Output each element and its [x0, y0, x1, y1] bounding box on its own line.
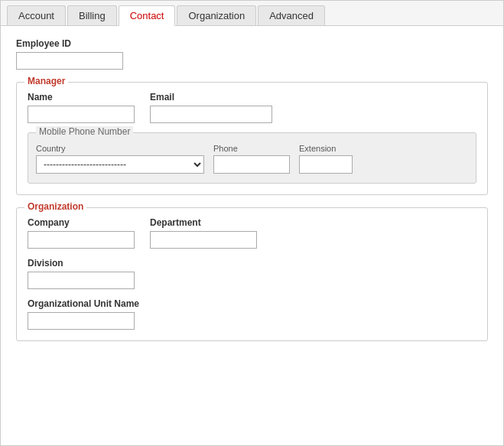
division-row: Division [28, 258, 476, 289]
country-select[interactable]: --------------------------- [36, 155, 204, 174]
tab-contact[interactable]: Contact [119, 5, 176, 26]
mobile-phone-legend: Mobile Phone Number [36, 126, 133, 137]
manager-name-label: Name [28, 92, 135, 103]
manager-section: Manager Name Email Mobile Phone Number C… [16, 82, 488, 195]
tab-organization[interactable]: Organization [177, 5, 256, 25]
organization-section: Organization Company Department Division [16, 207, 488, 341]
org-unit-col: Organizational Unit Name [28, 298, 139, 330]
manager-name-input[interactable] [28, 106, 135, 123]
extension-input[interactable] [299, 155, 353, 174]
company-label: Company [28, 217, 135, 228]
division-label: Division [28, 258, 135, 269]
main-content: Employee ID Manager Name Email Mobile Ph… [1, 26, 503, 353]
page-wrapper: Account Billing Contact Organization Adv… [0, 0, 504, 446]
tab-billing[interactable]: Billing [67, 5, 117, 25]
employee-id-input[interactable] [16, 52, 123, 70]
division-input[interactable] [28, 272, 135, 289]
phone-col: Phone [213, 144, 290, 174]
manager-email-input[interactable] [150, 106, 272, 123]
extension-col: Extension [299, 144, 353, 174]
country-label: Country [36, 144, 204, 153]
employee-id-label: Employee ID [16, 38, 488, 49]
division-col: Division [28, 258, 135, 289]
phone-input[interactable] [213, 155, 290, 174]
tab-advanced[interactable]: Advanced [258, 5, 325, 25]
org-unit-input[interactable] [28, 312, 135, 330]
phone-label: Phone [213, 144, 290, 153]
manager-name-col: Name [28, 92, 135, 123]
extension-label: Extension [299, 144, 353, 153]
manager-email-label: Email [150, 92, 272, 103]
employee-id-group: Employee ID [16, 38, 488, 70]
country-col: Country --------------------------- [36, 144, 204, 174]
tab-bar: Account Billing Contact Organization Adv… [1, 1, 503, 26]
dept-col: Department [150, 217, 257, 249]
company-col: Company [28, 217, 135, 249]
manager-name-email-row: Name Email [28, 92, 476, 123]
org-unit-label: Organizational Unit Name [28, 298, 139, 309]
tab-account[interactable]: Account [7, 5, 66, 25]
org-unit-row: Organizational Unit Name [28, 298, 476, 330]
manager-legend: Manager [24, 76, 68, 86]
manager-email-col: Email [150, 92, 272, 123]
phone-row: Country --------------------------- Phon… [36, 144, 468, 174]
company-dept-row: Company Department [28, 217, 476, 249]
company-input[interactable] [28, 231, 135, 249]
organization-legend: Organization [24, 201, 86, 212]
department-label: Department [150, 217, 257, 228]
mobile-phone-section: Mobile Phone Number Country ------------… [28, 132, 476, 184]
department-input[interactable] [150, 231, 257, 249]
